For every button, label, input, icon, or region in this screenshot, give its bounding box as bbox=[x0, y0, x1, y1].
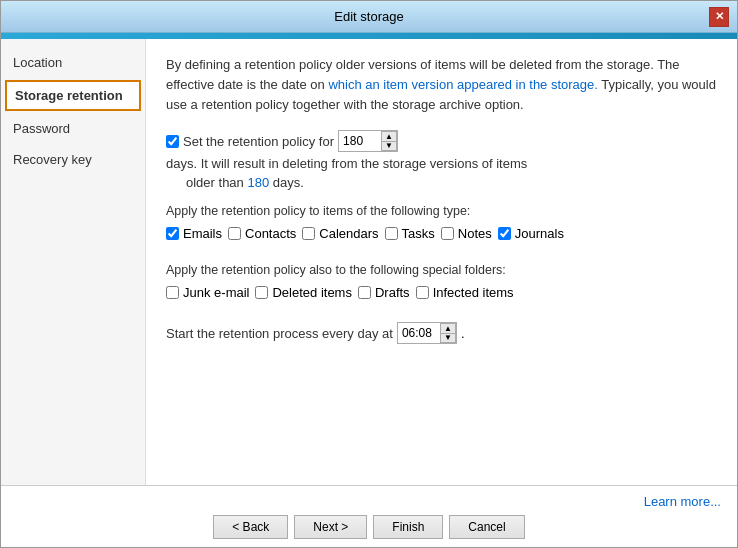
set-policy-label: Set the retention policy for bbox=[183, 134, 334, 149]
junk-email-checkbox[interactable] bbox=[166, 286, 179, 299]
special-folders-section: Apply the retention policy also to the f… bbox=[166, 263, 717, 308]
tasks-label: Tasks bbox=[402, 226, 435, 241]
time-up-arrow[interactable]: ▲ bbox=[440, 323, 456, 333]
notes-checkbox[interactable] bbox=[441, 227, 454, 240]
set-policy-checkbox[interactable] bbox=[166, 135, 179, 148]
start-time-section: Start the retention process every day at… bbox=[166, 322, 717, 348]
older-than-days: 180 bbox=[247, 175, 269, 190]
back-button[interactable]: < Back bbox=[213, 515, 288, 539]
infected-items-text: Infected items bbox=[433, 285, 514, 300]
calendars-checkbox-label[interactable]: Calendars bbox=[302, 226, 378, 241]
contacts-checkbox[interactable] bbox=[228, 227, 241, 240]
sidebar-item-password[interactable]: Password bbox=[1, 113, 145, 144]
time-spinner[interactable]: 06:08 ▲ ▼ bbox=[397, 322, 457, 344]
notes-label: Notes bbox=[458, 226, 492, 241]
emails-checkbox-label[interactable]: Emails bbox=[166, 226, 222, 241]
drafts-checkbox[interactable] bbox=[358, 286, 371, 299]
tasks-checkbox[interactable] bbox=[385, 227, 398, 240]
emails-checkbox[interactable] bbox=[166, 227, 179, 240]
days-spinner[interactable]: 180 ▲ ▼ bbox=[338, 130, 398, 152]
dialog-footer: Learn more... < Back Next > Finish Cance… bbox=[1, 485, 737, 547]
emails-label: Emails bbox=[183, 226, 222, 241]
learn-more-link[interactable]: Learn more... bbox=[644, 494, 721, 509]
junk-email-label[interactable]: Junk e-mail bbox=[166, 285, 249, 300]
dialog-title: Edit storage bbox=[29, 9, 709, 24]
days-suffix-text: days. It will result in deleting from th… bbox=[166, 156, 527, 171]
days-down-arrow[interactable]: ▼ bbox=[381, 141, 397, 151]
period-dot: . bbox=[461, 326, 465, 341]
learn-more-row: Learn more... bbox=[17, 494, 721, 509]
journals-checkbox[interactable] bbox=[498, 227, 511, 240]
apply-special-label: Apply the retention policy also to the f… bbox=[166, 263, 717, 277]
main-content: By defining a retention policy older ver… bbox=[146, 39, 737, 485]
days-arrows: ▲ ▼ bbox=[381, 131, 397, 151]
sidebar-item-recovery-key[interactable]: Recovery key bbox=[1, 144, 145, 175]
sidebar-item-storage-retention[interactable]: Storage retention bbox=[5, 80, 141, 111]
item-types-section: Apply the retention policy to items of t… bbox=[166, 204, 717, 249]
deleted-items-checkbox[interactable] bbox=[255, 286, 268, 299]
infected-items-label[interactable]: Infected items bbox=[416, 285, 514, 300]
apply-label: Apply the retention policy to items of t… bbox=[166, 204, 717, 218]
infected-items-checkbox[interactable] bbox=[416, 286, 429, 299]
older-than-row: older than 180 days. bbox=[166, 175, 717, 190]
contacts-label: Contacts bbox=[245, 226, 296, 241]
start-label: Start the retention process every day at bbox=[166, 326, 393, 341]
contacts-checkbox-label[interactable]: Contacts bbox=[228, 226, 296, 241]
description-text: By defining a retention policy older ver… bbox=[166, 55, 717, 114]
notes-checkbox-label[interactable]: Notes bbox=[441, 226, 492, 241]
deleted-items-label[interactable]: Deleted items bbox=[255, 285, 351, 300]
title-bar: Edit storage ✕ bbox=[1, 1, 737, 33]
time-arrows: ▲ ▼ bbox=[440, 323, 456, 343]
tasks-checkbox-label[interactable]: Tasks bbox=[385, 226, 435, 241]
description-link: which an item version appeared in the st… bbox=[328, 77, 598, 92]
set-policy-section: Set the retention policy for 180 ▲ ▼ day… bbox=[166, 130, 717, 190]
calendars-checkbox[interactable] bbox=[302, 227, 315, 240]
close-button[interactable]: ✕ bbox=[709, 7, 729, 27]
junk-email-text: Junk e-mail bbox=[183, 285, 249, 300]
calendars-label: Calendars bbox=[319, 226, 378, 241]
dialog-content: Location Storage retention Password Reco… bbox=[1, 39, 737, 485]
days-input[interactable]: 180 bbox=[339, 132, 381, 150]
drafts-text: Drafts bbox=[375, 285, 410, 300]
journals-label: Journals bbox=[515, 226, 564, 241]
button-row: < Back Next > Finish Cancel bbox=[17, 515, 721, 539]
drafts-label[interactable]: Drafts bbox=[358, 285, 410, 300]
start-time-row: Start the retention process every day at… bbox=[166, 322, 717, 344]
sidebar-item-location[interactable]: Location bbox=[1, 47, 145, 78]
policy-row: Set the retention policy for 180 ▲ ▼ day… bbox=[166, 130, 717, 171]
time-down-arrow[interactable]: ▼ bbox=[440, 333, 456, 343]
time-input[interactable]: 06:08 bbox=[398, 324, 440, 342]
deleted-items-text: Deleted items bbox=[272, 285, 351, 300]
finish-button[interactable]: Finish bbox=[373, 515, 443, 539]
cancel-button[interactable]: Cancel bbox=[449, 515, 524, 539]
next-button[interactable]: Next > bbox=[294, 515, 367, 539]
special-folders-row: Junk e-mail Deleted items Drafts Infecte… bbox=[166, 285, 717, 300]
journals-checkbox-label[interactable]: Journals bbox=[498, 226, 564, 241]
edit-storage-dialog: Edit storage ✕ Location Storage retentio… bbox=[0, 0, 738, 548]
days-up-arrow[interactable]: ▲ bbox=[381, 131, 397, 141]
sidebar: Location Storage retention Password Reco… bbox=[1, 39, 146, 485]
item-types-row: Emails Contacts Calendars Tasks bbox=[166, 226, 717, 241]
